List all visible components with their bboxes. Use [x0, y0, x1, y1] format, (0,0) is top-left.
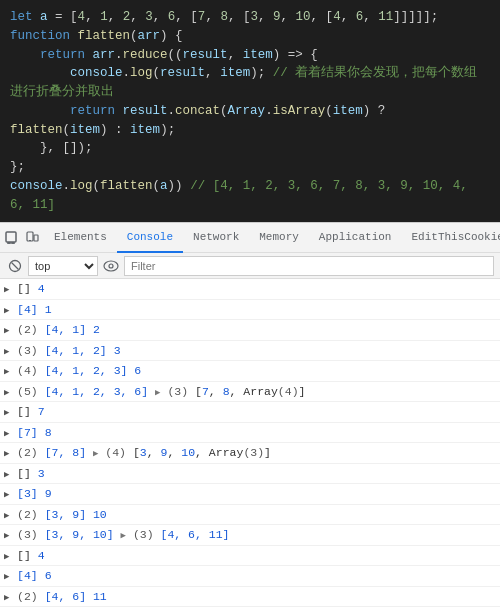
console-line[interactable]: ▶(4) [4, 1, 2, 3] 6 [0, 361, 500, 382]
console-line-content: [4] 1 [17, 301, 52, 318]
tab-network[interactable]: Network [183, 223, 249, 253]
filter-input[interactable] [124, 256, 494, 276]
tab-application[interactable]: Application [309, 223, 402, 253]
tab-memory[interactable]: Memory [249, 223, 309, 253]
tabs-container: ElementsConsoleNetworkMemoryApplicationE… [44, 223, 500, 253]
console-line[interactable]: ▶[4] 1 [0, 300, 500, 321]
clear-console-icon[interactable] [6, 257, 24, 275]
console-line-content: [4] 6 [17, 567, 52, 584]
expand-arrow-icon[interactable]: ▶ [4, 346, 14, 360]
console-line-content: (2) [4, 1] 2 [17, 321, 100, 338]
expand-arrow-icon[interactable]: ▶ [4, 530, 14, 544]
code-line-line2: function flatten(arr) { [10, 27, 490, 46]
console-line-content: [] 3 [17, 465, 45, 482]
console-line[interactable]: ▶(3) [4, 1, 2] 3 [0, 341, 500, 362]
expand-arrow-icon[interactable]: ▶ [4, 592, 14, 606]
console-line[interactable]: ▶[4] 6 [0, 566, 500, 587]
tab-elements[interactable]: Elements [44, 223, 117, 253]
svg-line-8 [12, 262, 19, 269]
filter-icon[interactable] [102, 257, 120, 275]
console-line-content: (3) [3, 9, 10] ▶ (3) [4, 6, 11] [17, 526, 230, 544]
code-line-line5: return result.concat(Array.isArray(item)… [10, 102, 490, 140]
console-line-content: [] 4 [17, 547, 45, 564]
console-line[interactable]: ▶[] 7 [0, 402, 500, 423]
console-line[interactable]: ▶[] 4 [0, 279, 500, 300]
svg-point-9 [104, 261, 118, 271]
console-line-content: [] 4 [17, 280, 45, 297]
svg-rect-0 [6, 232, 16, 242]
console-line-content: [7] 8 [17, 424, 52, 441]
expand-arrow-icon[interactable]: ▶ [4, 366, 14, 380]
console-line-content: (5) [4, 1, 2, 3, 6] ▶ (3) [7, 8, Array(4… [17, 383, 305, 401]
tab-console[interactable]: Console [117, 223, 183, 253]
expand-arrow-icon[interactable]: ▶ [4, 325, 14, 339]
console-line-content: [3] 9 [17, 485, 52, 502]
context-select[interactable]: top [28, 256, 98, 276]
console-line[interactable]: ▶(2) [4, 1] 2 [0, 320, 500, 341]
expand-arrow-icon[interactable]: ▶ [4, 428, 14, 442]
tab-bar-icons [4, 230, 40, 246]
expand-arrow-icon[interactable]: ▶ [4, 448, 14, 462]
console-line[interactable]: ▶(2) [4, 6] 11 [0, 587, 500, 608]
expand-arrow-icon[interactable]: ▶ [4, 551, 14, 565]
expand-arrow-icon[interactable]: ▶ [4, 469, 14, 483]
console-line[interactable]: ▶[] 4 [0, 546, 500, 567]
console-line[interactable]: ▶(5) [4, 1, 2, 3, 6] ▶ (3) [7, 8, Array(… [0, 382, 500, 403]
expand-arrow-icon[interactable]: ▶ [4, 489, 14, 503]
code-line-line3: return arr.reduce((result, item) => { [10, 46, 490, 65]
devtools-tab-bar: ElementsConsoleNetworkMemoryApplicationE… [0, 223, 500, 253]
inspect-icon[interactable] [4, 230, 20, 246]
console-line[interactable]: ▶[] 3 [0, 464, 500, 485]
code-line-line7: }; [10, 158, 490, 177]
console-line-content: (2) [7, 8] ▶ (4) [3, 9, 10, Array(3)] [17, 444, 271, 462]
code-line-line8: console.log(flatten(a)) // [4, 1, 2, 3, … [10, 177, 490, 215]
console-line[interactable]: ▶[7] 8 [0, 423, 500, 444]
console-line-content: (2) [3, 9] 10 [17, 506, 107, 523]
console-line-content: (2) [4, 6] 11 [17, 588, 107, 605]
console-output: ▶[] 4▶[4] 1▶(2) [4, 1] 2▶(3) [4, 1, 2] 3… [0, 279, 500, 609]
console-line-content: [] 7 [17, 403, 45, 420]
code-line-line6: }, []); [10, 139, 490, 158]
console-toolbar: top [0, 253, 500, 279]
tab-editthiscookie[interactable]: EditThisCookie [401, 223, 500, 253]
code-line-line1: let a = [4, 1, 2, 3, 6, [7, 8, [3, 9, 10… [10, 8, 490, 27]
console-line-content: (3) [4, 1, 2] 3 [17, 342, 121, 359]
svg-rect-4 [27, 232, 33, 241]
code-line-line4: console.log(result, item); // 着着结果你会发现，把… [10, 64, 490, 102]
expand-arrow-icon[interactable]: ▶ [4, 387, 14, 401]
expand-arrow-icon[interactable]: ▶ [4, 305, 14, 319]
console-line-content: (4) [4, 1, 2, 3] 6 [17, 362, 141, 379]
svg-rect-5 [34, 235, 38, 241]
svg-point-10 [109, 264, 113, 268]
console-line[interactable]: ▶(3) [3, 9, 10] ▶ (3) [4, 6, 11] [0, 525, 500, 546]
console-line[interactable]: ▶(2) [3, 9] 10 [0, 505, 500, 526]
device-icon[interactable] [24, 230, 40, 246]
expand-arrow-icon[interactable]: ▶ [4, 510, 14, 524]
console-line[interactable]: ▶[3] 9 [0, 484, 500, 505]
devtools-panel: ElementsConsoleNetworkMemoryApplicationE… [0, 222, 500, 609]
console-line[interactable]: ▶(2) [7, 8] ▶ (4) [3, 9, 10, Array(3)] [0, 443, 500, 464]
expand-arrow-icon[interactable]: ▶ [4, 571, 14, 585]
expand-arrow-icon[interactable]: ▶ [4, 407, 14, 421]
expand-arrow-icon[interactable]: ▶ [4, 284, 14, 298]
code-editor: let a = [4, 1, 2, 3, 6, [7, 8, [3, 9, 10… [0, 0, 500, 222]
